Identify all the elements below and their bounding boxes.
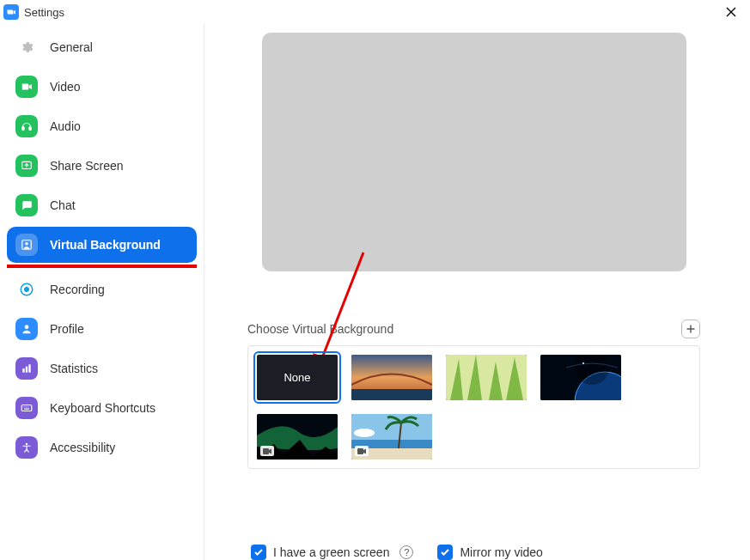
svg-point-14 (27, 406, 28, 407)
bg-thumb-aurora[interactable] (257, 414, 338, 460)
highlight-underline (7, 265, 197, 268)
sidebar-item-virtual-background[interactable]: Virtual Background (7, 227, 197, 263)
bg-thumb-grass[interactable] (446, 355, 527, 400)
svg-rect-11 (21, 405, 32, 411)
main-panel: Choose Virtual Background None I have a … (204, 24, 750, 560)
svg-rect-8 (22, 368, 24, 373)
profile-icon (15, 318, 38, 340)
svg-rect-10 (28, 364, 30, 372)
bg-thumb-earth[interactable] (540, 355, 621, 400)
svg-rect-15 (24, 409, 29, 410)
titlebar: Settings (0, 0, 750, 24)
svg-point-7 (25, 325, 29, 329)
svg-point-4 (25, 242, 28, 246)
stats-icon (15, 357, 38, 380)
bg-thumb-beach[interactable] (351, 414, 432, 460)
svg-rect-9 (26, 367, 27, 373)
background-thumbnail-grid: None (247, 345, 700, 469)
sidebar-item-general[interactable]: General (7, 29, 197, 65)
sidebar-item-keyboard-shortcuts[interactable]: Keyboard Shortcuts (7, 390, 197, 426)
bg-thumb-none[interactable]: None (257, 355, 338, 400)
choose-bg-label: Choose Virtual Background (247, 322, 393, 336)
sidebar: GeneralVideoAudioShare ScreenChatVirtual… (0, 24, 204, 560)
gear-icon (15, 36, 38, 58)
mirror-video-label: Mirror my video (460, 545, 542, 559)
sidebar-item-statistics[interactable]: Statistics (7, 350, 197, 387)
svg-point-6 (24, 287, 29, 292)
svg-rect-18 (351, 389, 432, 400)
sidebar-item-share-screen[interactable]: Share Screen (7, 148, 197, 184)
green-screen-checkbox[interactable]: I have a green screen ? (251, 545, 413, 560)
chat-icon (15, 194, 38, 216)
sidebar-item-recording[interactable]: Recording (7, 271, 197, 307)
mirror-video-checkbox[interactable]: Mirror my video (437, 545, 542, 560)
bg-thumb-bridge[interactable] (351, 355, 432, 400)
sidebar-item-video[interactable]: Video (7, 69, 197, 105)
accessibility-icon (15, 436, 38, 459)
add-background-button[interactable] (681, 320, 700, 338)
window-title: Settings (24, 6, 64, 19)
svg-rect-31 (357, 448, 363, 454)
video-badge-icon (355, 446, 369, 456)
video-badge-icon (260, 446, 274, 456)
video-icon (15, 76, 38, 98)
app-icon (3, 4, 19, 20)
sidebar-item-accessibility[interactable]: Accessibility (7, 429, 197, 466)
help-icon[interactable]: ? (399, 545, 413, 559)
share-icon (15, 155, 38, 177)
svg-point-13 (26, 406, 27, 407)
svg-rect-0 (22, 127, 24, 131)
svg-point-30 (354, 429, 375, 437)
svg-point-12 (24, 406, 25, 407)
green-screen-label: I have a green screen (273, 545, 389, 559)
portrait-icon (15, 234, 38, 256)
svg-point-16 (26, 443, 27, 445)
sidebar-item-profile[interactable]: Profile (7, 311, 197, 347)
audio-icon (15, 115, 38, 137)
video-preview (262, 33, 686, 271)
sidebar-item-chat[interactable]: Chat (7, 187, 197, 223)
sidebar-item-audio[interactable]: Audio (7, 108, 197, 144)
keyboard-icon (15, 397, 38, 419)
svg-rect-26 (263, 448, 269, 454)
close-button[interactable] (719, 3, 743, 21)
svg-rect-1 (29, 127, 31, 131)
record-icon (15, 278, 38, 301)
